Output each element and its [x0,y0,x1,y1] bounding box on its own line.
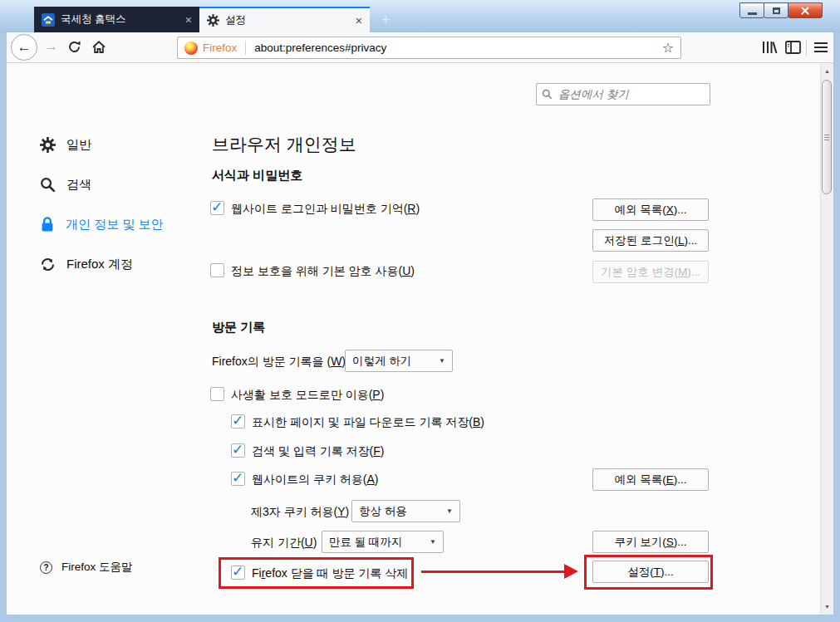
sidebar-item-label: Firefox 계정 [66,257,133,272]
private-mode-label: 사생활 보호 모드로만 이용(P) [231,387,384,402]
chevron-down-icon: ▼ [446,507,453,515]
help-icon: ? [40,561,52,574]
library-icon [761,39,778,56]
sidebar-item-firefox-account[interactable]: Firefox 계정 [40,254,133,274]
tab-close-icon[interactable]: × [185,14,192,26]
search-input[interactable] [557,87,705,101]
maximize-icon [773,7,780,14]
remember-history-checkbox[interactable]: ✓ [231,414,245,429]
check-icon: ✓ [232,563,243,580]
third-party-cookies-label: 제3자 쿠키 허용(Y) [251,504,349,519]
master-password-checkbox[interactable]: ✓ [210,263,224,277]
remember-logins-checkbox[interactable]: ✓ [210,201,224,215]
tab-close-icon[interactable]: × [356,15,362,27]
sync-icon [40,257,56,272]
firefox-window: { "tabs": [ { "title": "국세청 홈택스", "icon"… [0,0,840,622]
scroll-down-arrow[interactable]: ▼ [821,600,833,613]
search-icon [542,89,553,100]
keep-until-dropdown[interactable]: 만료 될 때까지 ▼ [322,531,444,553]
sidebar-item-label: 개인 정보 및 보안 [66,217,164,233]
options-search-box[interactable] [536,83,710,105]
chevron-down-icon: ▼ [430,538,436,546]
forms-section-heading: 서식과 비밀번호 [212,168,302,184]
change-master-password-button[interactable]: 기본 암호 변경(M)... [592,261,709,283]
menu-icon [814,42,828,44]
forward-button[interactable]: → [44,38,58,55]
tab-title: 설정 [225,13,351,27]
toolbar-separator [806,39,807,56]
firefox-logo-icon [184,42,198,55]
maximize-button[interactable] [764,2,788,18]
close-button[interactable] [788,2,823,18]
sidebar-icon [785,41,801,54]
check-icon: ✓ [211,198,223,216]
keep-until-label: 유지 기간(U) [251,535,317,550]
password-exceptions-button[interactable]: 예외 목록(X)... [592,198,709,221]
minimize-icon [748,12,757,15]
gear-icon [207,14,219,27]
help-label: Firefox 도움말 [61,560,133,575]
page-title: 브라우저 개인정보 [212,133,356,156]
scrollbar-thumb[interactable] [822,80,832,194]
show-cookies-button[interactable]: 쿠키 보기(S)... [592,531,709,553]
sidebar-toggle-button[interactable] [785,41,801,54]
clear-history-settings-button[interactable]: 설정(T)... [592,561,709,583]
tab-hometax[interactable]: 국세청 홈택스 × [34,7,199,32]
private-mode-checkbox[interactable]: ✓ [210,387,224,401]
forward-icon: → [44,38,58,54]
back-button[interactable]: ← [11,34,37,61]
tab-settings[interactable]: 설정 × [199,7,370,32]
check-icon: ✓ [232,469,243,487]
cookie-exceptions-button[interactable]: 예외 목록(E)... [592,468,709,491]
third-party-cookies-dropdown[interactable]: 항상 허용 ▼ [351,500,460,522]
url-bar[interactable]: Firefox about:preferences#privacy ☆ [177,37,681,59]
dropdown-value: 만료 될 때까지 [329,535,403,550]
check-icon: ✓ [232,412,243,429]
remember-logins-label: 웹사이트 로그인과 비밀번호 기억(R) [231,201,420,216]
preferences-page: 일반 검색 개인 정보 및 보안 Firefox 계정 ? Firefox 도움… [7,63,820,615]
dropdown-value: 이렇게 하기 [352,354,411,369]
reload-icon [67,40,81,54]
url-brand-label: Firefox [203,42,237,54]
new-tab-button[interactable]: + [373,8,398,32]
scroll-up-arrow[interactable]: ▲ [821,65,833,77]
dropdown-value: 항상 허용 [359,504,407,519]
accept-cookies-checkbox[interactable]: ✓ [231,472,245,486]
sidebar-item-general[interactable]: 일반 [40,135,91,154]
clear-on-close-checkbox[interactable]: ✓ [231,566,245,580]
home-icon [91,40,106,54]
history-mode-dropdown[interactable]: 이렇게 하기 ▼ [345,350,453,372]
sidebar-item-privacy[interactable]: 개인 정보 및 보안 [40,214,164,234]
remember-forms-label: 검색 및 입력 기록 저장(F) [252,443,384,458]
home-button[interactable] [91,40,106,54]
remember-history-label: 표시한 페이지 및 파일 다운로드 기록 저장(B) [252,414,484,429]
saved-logins-button[interactable]: 저장된 로그인(L)... [592,229,709,252]
reload-button[interactable] [67,40,81,54]
remember-forms-checkbox[interactable]: ✓ [231,443,245,458]
sidebar-item-search[interactable]: 검색 [40,174,91,194]
annotation-arrow-line [421,571,567,573]
clear-on-close-label: Firefox 닫을 때 방문 기록 삭제 [252,566,408,580]
gear-icon [40,137,56,153]
scrollbar-grip [824,135,829,141]
history-section-heading: 방문 기록 [212,320,265,335]
search-icon [40,177,56,193]
hometax-favicon [42,13,55,27]
master-password-label: 정보 보호을 위해 기본 암호 사용(U) [231,263,415,278]
url-text: about:preferences#privacy [254,42,386,54]
annotation-arrow-head [564,564,578,579]
sidebar-item-label: 일반 [66,137,91,153]
lock-icon [40,216,55,233]
url-separator [245,41,246,55]
minimize-button[interactable] [739,2,764,18]
back-icon: ← [17,39,32,56]
window-controls [740,2,823,18]
bookmark-star-icon[interactable]: ☆ [662,40,674,56]
library-button[interactable] [761,39,778,56]
firefox-help-link[interactable]: ? Firefox 도움말 [40,560,133,575]
navigation-toolbar: ← → Firefox about:preferences#privacy ☆ [7,32,833,63]
history-mode-label: Firefox의 방문 기록을 (W) [212,354,346,369]
close-icon [799,5,811,17]
page-scrollbar[interactable]: ▲ ▼ [820,63,833,615]
menu-button[interactable] [814,42,828,55]
